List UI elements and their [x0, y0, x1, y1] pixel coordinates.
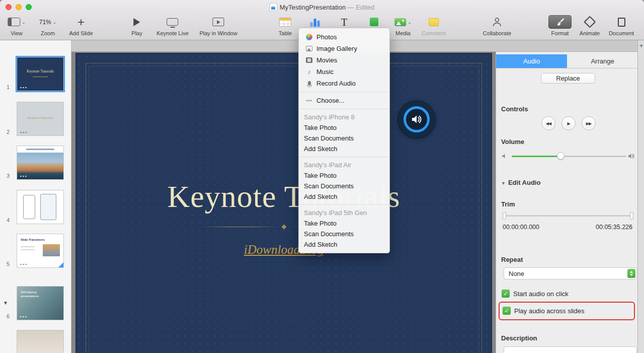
chart-icon	[310, 18, 320, 27]
menu-item-take-photo[interactable]: Take Photo	[299, 218, 389, 229]
view-button[interactable]: ⌄ View	[8, 15, 26, 36]
thumbnail-ornament	[33, 77, 48, 77]
menu-item-add-sketch[interactable]: Add Sketch	[299, 144, 389, 154]
tab-arrange[interactable]: Arrange	[567, 54, 637, 68]
repeat-value: None	[509, 270, 524, 277]
thumbnail-dots	[20, 87, 27, 89]
volume-slider-thumb[interactable]	[557, 152, 565, 160]
description-field[interactable]	[504, 346, 637, 353]
comment-button[interactable]: Comment	[422, 15, 446, 36]
edit-audio-disclosure[interactable]: ▼Edit Audio	[501, 179, 540, 186]
media-button[interactable]: ⌄ Media	[394, 15, 412, 36]
forward-button[interactable]: ▶▶	[582, 116, 596, 130]
keynote-live-icon	[167, 18, 178, 26]
comment-icon	[429, 18, 439, 26]
menu-item-movies[interactable]: Movies	[299, 54, 389, 66]
slide-number: 4	[7, 217, 10, 223]
format-inspector: Audio Arrange Replace Controls ◀◀ ▶ ▶▶ V…	[496, 52, 637, 353]
slide-thumbnail-1[interactable]: Keynote Tutorials	[17, 57, 64, 91]
menu-item-record-audio[interactable]: Record Audio	[299, 78, 389, 89]
menu-separator	[299, 92, 389, 92]
slide-thumbnail-5[interactable]: Slide Transitions	[17, 234, 64, 268]
menu-item-add-sketch[interactable]: Add Sketch	[299, 191, 389, 202]
play-icon: ▶	[567, 121, 570, 126]
thumbnail-title-text: Self-playing presentations	[21, 290, 47, 298]
play-audio-button[interactable]: ▶	[561, 116, 576, 130]
choose-icon: •••	[305, 98, 313, 103]
slide-thumbnail-4[interactable]	[17, 190, 64, 224]
menu-item-scan-documents[interactable]: Scan Documents	[299, 229, 389, 239]
paintbrush-icon	[555, 18, 565, 27]
add-slide-button[interactable]: + Add Slide	[69, 15, 93, 36]
replace-button[interactable]: Replace	[541, 73, 595, 84]
volume-slider-track[interactable]	[512, 156, 626, 157]
tab-audio[interactable]: Audio	[496, 54, 567, 68]
plus-icon: +	[77, 17, 85, 27]
trim-end-handle[interactable]	[630, 212, 633, 220]
stepper-icon	[627, 269, 635, 278]
trim-start-time: 00:00:00.000	[503, 224, 539, 231]
menu-item-label: Music	[316, 68, 334, 76]
thumbnail-title-text: Keynote Tutorials	[17, 69, 63, 74]
slide-watermark-text[interactable]: iDownloadBlog	[75, 243, 492, 257]
menu-item-photos[interactable]: Photos	[299, 31, 389, 43]
rewind-icon: ◀◀	[546, 121, 551, 126]
collaborate-icon	[491, 17, 503, 27]
plus-button[interactable]: +	[638, 42, 644, 49]
zoom-button[interactable]: 71%⌄ Zoom	[39, 15, 57, 36]
slide-number: 6	[7, 313, 10, 319]
slide-thumbnail-6[interactable]: Self-playing presentations	[17, 286, 64, 320]
menu-item-music[interactable]: ♪ Music	[299, 66, 389, 78]
current-slide[interactable]: Keynote Tutorials iDownloadBlog	[75, 53, 492, 353]
start-audio-checkbox[interactable]: ✓ Start audio on click	[502, 290, 569, 298]
collaborate-button[interactable]: Collaborate	[483, 15, 511, 36]
volume-label: Volume	[501, 138, 524, 146]
menu-item-take-photo[interactable]: Take Photo	[299, 122, 389, 133]
rewind-button[interactable]: ◀◀	[541, 116, 555, 130]
menu-separator	[299, 204, 389, 205]
document-button[interactable]: Document	[609, 15, 634, 36]
table-button[interactable]: Table	[279, 15, 292, 36]
play-across-slides-checkbox[interactable]: ✓ Play audio across slides	[503, 307, 584, 315]
checkbox-checked-icon: ✓	[502, 290, 510, 298]
animate-button[interactable]: Animate	[580, 15, 600, 36]
menu-item-add-sketch[interactable]: Add Sketch	[299, 239, 389, 250]
group-disclosure-icon[interactable]: ▼	[3, 300, 8, 306]
play-button[interactable]: Play	[131, 15, 142, 36]
thumbnail-dots	[20, 132, 27, 133]
format-button[interactable]: Format	[548, 15, 572, 36]
movies-icon	[305, 57, 313, 63]
volume-max-icon	[628, 153, 635, 160]
menu-item-label: Record Audio	[316, 80, 356, 87]
slide-thumbnail-7[interactable]	[17, 330, 64, 353]
slide-title-textbox[interactable]: Keynote Tutorials	[75, 179, 492, 215]
audio-object-button[interactable]	[398, 101, 435, 138]
format-label: Format	[551, 30, 569, 36]
description-label: Description	[501, 334, 537, 342]
menu-item-image-gallery[interactable]: Image Gallery	[299, 43, 389, 54]
slide-thumbnail-2[interactable]: Keynote Tutorials	[17, 102, 64, 136]
menu-item-scan-documents[interactable]: Scan Documents	[299, 133, 389, 144]
view-icon	[8, 18, 20, 26]
menu-item-choose[interactable]: ••• Choose...	[299, 95, 389, 106]
trim-start-handle[interactable]	[503, 212, 506, 220]
keynote-live-button[interactable]: Keynote Live	[156, 15, 189, 36]
media-dropdown-menu: Photos Image Gallery Movies ♪ Music Reco…	[298, 28, 390, 253]
slide-thumbnail-3[interactable]	[17, 146, 64, 180]
disclosure-down-icon: ▼	[501, 181, 506, 186]
media-icon	[394, 18, 406, 26]
menu-item-take-photo[interactable]: Take Photo	[299, 170, 389, 181]
keynote-window: MyTestingPresentation — Edited ⌄ View 71…	[0, 0, 644, 353]
window-title-area: MyTestingPresentation — Edited	[0, 3, 644, 11]
play-in-window-button[interactable]: Play in Window	[199, 15, 237, 36]
trim-slider-track[interactable]	[504, 215, 632, 217]
menu-item-scan-documents[interactable]: Scan Documents	[299, 181, 389, 191]
media-label: Media	[395, 30, 411, 36]
zoom-label: Zoom	[41, 30, 55, 36]
trim-label: Trim	[501, 200, 515, 208]
music-icon: ♪	[305, 68, 313, 75]
speaker-icon	[411, 114, 422, 124]
repeat-dropdown[interactable]: None	[504, 267, 637, 279]
play-label: Play	[131, 30, 142, 36]
play-in-window-icon	[212, 18, 224, 26]
